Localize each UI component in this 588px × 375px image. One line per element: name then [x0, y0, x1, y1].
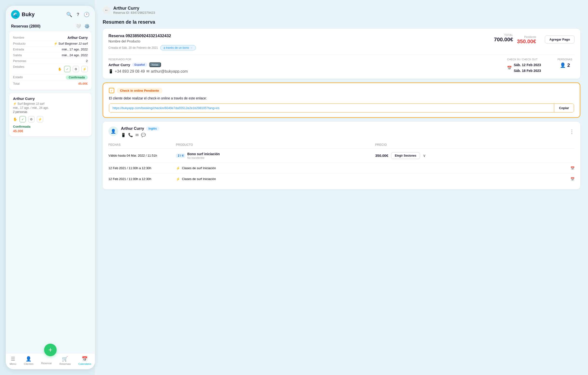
table-row-3: 12 Feb 2021 / 11:00h a 12:30h ⚡ Clases d…: [108, 174, 575, 184]
client-contact-icons: 📱 📞 ✉ 💬: [121, 133, 159, 137]
checkin-checkbox[interactable]: ✓: [109, 88, 114, 93]
amounts-section: Total 700.00€ Pendiente 350.00€ Agregar …: [494, 33, 575, 45]
add-payment-button[interactable]: Agregar Pago: [545, 35, 575, 44]
lang-badge-esp: Español: [132, 63, 147, 66]
three-dots-menu[interactable]: ⋮: [569, 129, 575, 135]
buky-logo-icon: 🌊: [11, 10, 20, 19]
created-row: Creada el Sáb. 20 de Febrero de 2021 a t…: [108, 45, 196, 50]
notas-button[interactable]: Notas: [149, 62, 161, 67]
nav-reservar[interactable]: Reservar: [41, 362, 52, 365]
personas-val: 👤 2: [555, 62, 575, 68]
client-phone-icon[interactable]: 📞: [128, 133, 133, 137]
producto-label: Producto: [13, 42, 30, 45]
bono-badge[interactable]: a través de un bono →: [160, 45, 196, 50]
personas-section-label: Personas: [555, 58, 575, 61]
client-whatsapp-icon[interactable]: 📱: [121, 133, 126, 137]
nav-reservas[interactable]: 🛒 Reservas: [60, 356, 71, 365]
favorites-icon[interactable]: 🤍: [76, 24, 81, 29]
bolt-icon[interactable]: ⚡: [82, 66, 88, 72]
ci-date-values: Sáb. 12 Feb 2023 Sáb. 18 Feb 2023: [514, 62, 541, 74]
phone-header: 🌊 Buky 🔍 ? 🕐: [6, 6, 95, 22]
entrada-value: mié., 17 ago. 2022: [62, 47, 88, 51]
pending-label: Pendiente: [517, 35, 536, 38]
person-icon: 👤: [560, 62, 566, 68]
summary-card: Reserva 09238509243321432432 Nombre del …: [103, 29, 580, 79]
calendar-small-icon-3[interactable]: 📅: [570, 177, 575, 181]
entrada-row: Entrada mié., 17 ago. 2022: [13, 47, 88, 52]
total-value: 700.00€: [494, 36, 513, 43]
filter-icon[interactable]: ⚙️: [84, 24, 90, 29]
producto-value: ⚡ Surf Beginner JJ surf: [54, 42, 88, 45]
checkin-desc: El cliente debe realizar el check-in onl…: [109, 96, 574, 100]
calendar-small-icon-2[interactable]: 📅: [570, 166, 575, 170]
hand-icon[interactable]: ✋: [58, 67, 62, 71]
bolt-icon-2[interactable]: ⚡: [37, 116, 43, 122]
section-title: Resumen de la reserva: [103, 19, 580, 25]
nav-reservas-label: Reservas: [60, 363, 71, 365]
personas-label: Personas: [13, 59, 30, 63]
nav-calendario[interactable]: 📅 Calendario: [78, 356, 91, 365]
help-icon[interactable]: ?: [77, 12, 79, 17]
col-producto: Producto: [176, 143, 375, 146]
email-icon[interactable]: ✉: [146, 69, 149, 74]
summary-top: Reserva 09238509243321432432 Nombre del …: [108, 33, 575, 50]
header-reservation-id: Reserva ID: 83472982379423: [113, 11, 155, 14]
back-button[interactable]: ←: [103, 6, 110, 14]
estado-badge: Confirmada: [66, 75, 88, 80]
client-name: Arthur Curry Inglés: [121, 126, 159, 131]
checkin-online-card: ✓ Check in online Pendiente El cliente d…: [103, 83, 580, 118]
cart-icon: 🛒: [62, 356, 68, 362]
copy-button[interactable]: Copiar: [554, 104, 574, 112]
created-text: Creada el Sáb. 20 de Febrero de 2021: [108, 46, 158, 49]
client-chat-icon[interactable]: 💬: [141, 133, 146, 137]
table-row-2: 12 Feb 2021 / 11:00h a 12:30h ⚡ Clases d…: [108, 163, 575, 174]
checkin-date: Sáb. 12 Feb 2023: [514, 62, 541, 68]
summary-bottom: Reservado por Arthur Curry Español Notas…: [108, 58, 575, 74]
settings-icon[interactable]: ⚙: [73, 66, 79, 72]
surf-icon-3: ⚡: [176, 177, 180, 181]
nav-clientes-label: Clientes: [24, 363, 33, 365]
row3-date: 12 Feb 2021 / 11:00h a 12:30h: [108, 177, 176, 181]
personas-value: 2: [86, 59, 88, 63]
personas-row: Personas 2: [13, 58, 88, 64]
client-left: 👤 Arthur Curry Inglés 📱 📞 ✉ 💬: [108, 126, 159, 137]
nav-menu[interactable]: ☰ Menú: [10, 356, 16, 365]
checkin-url: https://bukyapp.com/booking/checkin/6049…: [109, 104, 554, 112]
total-col: Total 700.00€: [494, 33, 513, 43]
client-info: Arthur Curry Inglés 📱 📞 ✉ 💬: [121, 126, 159, 137]
booking-card-2[interactable]: Arthur Curry ⚡ Surf Beginner JJ surf mié…: [9, 93, 92, 136]
reservado-label: Reservado por: [108, 58, 502, 61]
nav-reservar-label: Reservar: [41, 362, 52, 365]
reservas-bar: Reservas (2800) 🤍 ⚙️: [6, 22, 95, 31]
settings-icon-2[interactable]: ⚙: [28, 116, 34, 122]
check-icon[interactable]: ✓: [64, 66, 70, 72]
booking-card-1[interactable]: Nombre Arthur Curry Producto ⚡ Surf Begi…: [9, 31, 92, 90]
ci-label: Check in / Check out: [507, 58, 550, 61]
bono-product: 2 / 4 Bono surf iniciación No transferib…: [176, 152, 375, 159]
checkout-date: Sáb. 18 Feb 2023: [514, 68, 541, 74]
table-row-bono: Válido hasta 04 Mar. 2022 / 11:51h 2 / 4…: [108, 149, 575, 163]
elegir-sesiones-button[interactable]: Elegir Sesiones: [391, 152, 420, 159]
client-header: 👤 Arthur Curry Inglés 📱 📞 ✉ 💬 ⋮: [108, 126, 575, 137]
reservado-name: Arthur Curry Español Notas: [108, 62, 502, 67]
expand-icon[interactable]: ∨: [423, 153, 426, 158]
row2-action: 📅: [375, 166, 575, 170]
reservado-section: Reservado por Arthur Curry Español Notas…: [108, 58, 502, 74]
ci-dates: 📅 Sáb. 12 Feb 2023 Sáb. 18 Feb 2023: [507, 62, 550, 74]
client-email-icon[interactable]: ✉: [136, 133, 138, 137]
summary-divider: [108, 54, 575, 55]
check-icon-2[interactable]: ✓: [20, 116, 26, 122]
hand-icon-2[interactable]: ✋: [13, 117, 17, 121]
right-panel: ← Arthur Curry Reserva ID: 8347298237942…: [95, 0, 588, 375]
add-fab-button[interactable]: +: [44, 344, 57, 356]
reservas-title: Reservas (2800): [11, 24, 41, 28]
clientes-icon: 👤: [26, 356, 32, 362]
whatsapp-icon[interactable]: 📱: [108, 69, 113, 74]
phone-number: +34 893 29 08 49: [115, 69, 145, 74]
search-icon[interactable]: 🔍: [66, 11, 72, 17]
salida-row: Salida mié., 24 ago. 2022: [13, 52, 88, 58]
producto-row: Producto ⚡ Surf Beginner JJ surf: [13, 41, 88, 47]
bono-price-col: 350.00€ Elegir Sesiones ∨: [375, 152, 575, 159]
nav-clientes[interactable]: 👤 Clientes: [24, 356, 33, 365]
clock-icon[interactable]: 🕐: [84, 11, 90, 17]
